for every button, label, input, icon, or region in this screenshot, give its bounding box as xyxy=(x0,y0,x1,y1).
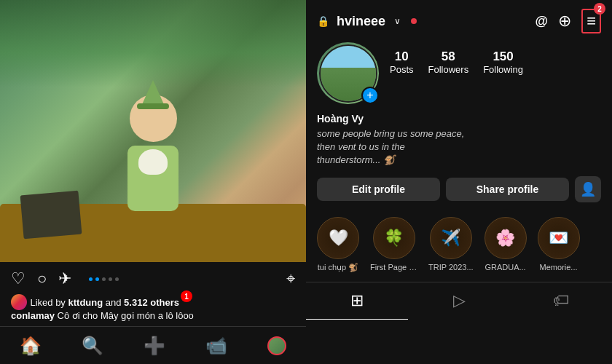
stat-posts[interactable]: 10 Posts xyxy=(390,50,414,75)
share-profile-button[interactable]: Share profile xyxy=(446,178,569,201)
highlight-circle-2: 🍀 xyxy=(373,217,415,259)
caption-username[interactable]: conlamay xyxy=(11,310,55,321)
posts-label: Posts xyxy=(390,64,414,75)
bio-line-2: then vent to us in the xyxy=(317,141,405,152)
dot-4 xyxy=(109,277,112,281)
profile-header: 🔒 hvineee ∨ @ ⊕ ≡ 2 xyxy=(306,0,612,42)
background-greenery xyxy=(0,0,306,87)
highlight-tui-chup[interactable]: 🤍 tui chụp 🐒 xyxy=(317,217,359,272)
add-person-button[interactable]: 👤 xyxy=(575,176,601,202)
tab-grid[interactable]: ⊞ xyxy=(306,282,408,320)
following-label: Following xyxy=(483,64,523,75)
dot-5 xyxy=(115,277,119,281)
header-icons: @ ⊕ ≡ 2 xyxy=(536,9,601,33)
highlight-label-1: tui chụp 🐒 xyxy=(318,263,358,272)
liked-row: Liked by kttdung and 5.312 others 1 xyxy=(11,294,295,310)
nav-home[interactable]: 🏠 xyxy=(20,336,42,356)
avatar-wrapper: + xyxy=(317,42,379,104)
highlight-label-5: Memorie... xyxy=(540,263,578,272)
chevron-down-icon: ∨ xyxy=(394,16,401,26)
comment-icon[interactable]: ○ xyxy=(37,269,47,288)
highlight-circle-1: 🤍 xyxy=(317,217,359,259)
reels-icon: 📹 xyxy=(205,336,227,356)
online-status-dot xyxy=(411,18,417,24)
person-add-icon: 👤 xyxy=(580,181,596,197)
bottom-nav: 🏠 🔍 ➕ 📹 xyxy=(0,326,306,364)
highlight-label-3: TRIP 2023... xyxy=(428,263,474,272)
right-panel: 🔒 hvineee ∨ @ ⊕ ≡ 2 + 10 Posts xyxy=(306,0,612,364)
book xyxy=(20,191,82,240)
liked-text: Liked by kttdung and 5.312 others xyxy=(30,297,179,308)
stat-following[interactable]: 150 Following xyxy=(483,50,523,75)
baby-bib xyxy=(138,149,168,175)
nav-search[interactable]: 🔍 xyxy=(82,336,103,356)
add-post-icon[interactable]: ⊕ xyxy=(558,12,571,31)
stats-row: 10 Posts 58 Followers 150 Following xyxy=(390,42,601,104)
liked-username[interactable]: kttdung xyxy=(68,297,103,308)
tagged-icon: 🏷 xyxy=(553,291,569,310)
tab-bar: ⊞ ▷ 🏷 xyxy=(306,282,612,320)
highlight-circle-3: ✈️ xyxy=(430,217,472,259)
nav-add[interactable]: ➕ xyxy=(144,336,165,356)
liked-count[interactable]: 5.312 others xyxy=(124,297,179,308)
followers-count: 58 xyxy=(428,50,469,64)
menu-icon-wrapper[interactable]: ≡ 2 xyxy=(581,9,601,33)
add-icon: ➕ xyxy=(144,336,165,356)
search-icon: 🔍 xyxy=(82,336,103,356)
baby-body xyxy=(128,146,178,211)
menu-icon: ≡ xyxy=(586,12,596,30)
highlight-gradua[interactable]: 🌸 GRADUA... xyxy=(484,217,527,272)
highlight-circle-5: 💌 xyxy=(538,217,580,259)
tab-reels[interactable]: ▷ xyxy=(408,282,510,320)
bio-text: some people bring us some peace, then ve… xyxy=(317,127,601,167)
profile-avatar xyxy=(267,336,286,355)
action-icons-row: ♡ ○ ✈ ⌖ xyxy=(11,269,295,288)
caption-text: Cô ơi cho Mây gọi món a lô lôoo xyxy=(55,310,194,321)
notification-badge-2: 2 xyxy=(594,3,605,15)
highlight-label-2: First Page 😬 xyxy=(370,263,417,272)
lock-icon: 🔒 xyxy=(317,15,329,27)
baby-hat xyxy=(140,80,166,109)
action-buttons: Edit profile Share profile 👤 xyxy=(306,176,612,211)
share-icon[interactable]: ✈ xyxy=(58,269,71,288)
add-story-button[interactable]: + xyxy=(361,87,379,104)
posts-count: 10 xyxy=(390,50,414,64)
baby-head xyxy=(130,95,177,142)
bio-line-1: some people bring us some peace, xyxy=(317,128,464,139)
liked-avatar xyxy=(11,294,27,310)
followers-label: Followers xyxy=(428,64,469,75)
edit-profile-button[interactable]: Edit profile xyxy=(317,178,440,201)
notification-badge-1: 1 xyxy=(181,290,192,302)
caption: conlamay Cô ơi cho Mây gọi món a lô lôoo xyxy=(11,310,295,321)
like-icon[interactable]: ♡ xyxy=(11,269,26,288)
threads-icon[interactable]: @ xyxy=(536,14,549,29)
highlight-label-4: GRADUA... xyxy=(484,263,525,272)
following-count: 150 xyxy=(483,50,523,64)
reels-tab-icon: ▷ xyxy=(453,291,466,310)
bio-section: Hoàng Vy some people bring us some peace… xyxy=(306,113,612,176)
highlight-first-page[interactable]: 🍀 First Page 😬 xyxy=(370,217,417,272)
dot-3 xyxy=(102,277,106,281)
display-name: Hoàng Vy xyxy=(317,113,601,124)
highlight-trip[interactable]: ✈️ TRIP 2023... xyxy=(428,217,474,272)
left-panel: ♡ ○ ✈ ⌖ Liked by kttdung and 5.312 other… xyxy=(0,0,306,364)
bookmark-icon[interactable]: ⌖ xyxy=(286,269,295,288)
post-image xyxy=(0,0,306,262)
tab-tagged[interactable]: 🏷 xyxy=(510,282,612,320)
home-icon: 🏠 xyxy=(20,336,42,356)
stat-followers[interactable]: 58 Followers xyxy=(428,50,469,75)
highlights-row: 🤍 tui chụp 🐒 🍀 First Page 😬 ✈️ TRIP 2023… xyxy=(306,211,612,278)
dot-2 xyxy=(95,277,99,281)
grid-icon: ⊞ xyxy=(350,291,364,310)
nav-profile[interactable] xyxy=(267,336,286,355)
highlight-memories[interactable]: 💌 Memorie... xyxy=(538,217,580,272)
nav-reels[interactable]: 📹 xyxy=(205,336,227,356)
highlight-circle-4: 🌸 xyxy=(484,217,527,259)
username: hvineee xyxy=(337,14,385,29)
pagination-dots xyxy=(89,277,119,281)
baby-figure xyxy=(109,95,197,240)
dot-1 xyxy=(89,277,93,281)
profile-info: + 10 Posts 58 Followers 150 Following xyxy=(306,42,612,113)
bio-line-3: thunderstorm... 🐒 xyxy=(317,154,395,165)
